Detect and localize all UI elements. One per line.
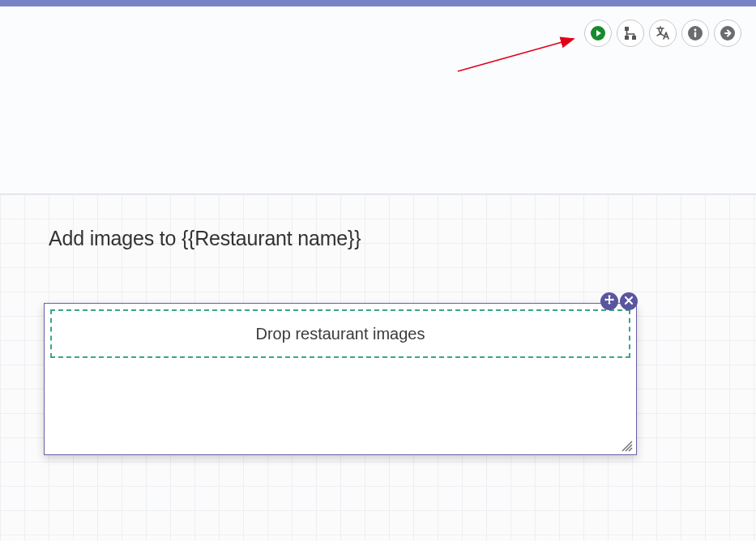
next-button[interactable] xyxy=(714,19,741,47)
svg-rect-2 xyxy=(625,36,629,40)
play-button[interactable] xyxy=(584,19,612,47)
svg-point-5 xyxy=(694,29,697,32)
svg-rect-1 xyxy=(625,27,629,31)
editor-toolbar xyxy=(584,19,741,47)
info-icon xyxy=(686,24,704,42)
close-card-button[interactable] xyxy=(620,292,638,310)
drop-zone-label: Drop restaurant images xyxy=(256,325,425,343)
play-icon xyxy=(589,24,607,42)
hierarchy-icon xyxy=(622,25,639,41)
arrow-right-circle-icon xyxy=(719,24,737,42)
svg-rect-6 xyxy=(694,32,696,38)
editor-header xyxy=(0,6,756,194)
close-icon xyxy=(624,294,634,309)
move-icon xyxy=(604,294,615,309)
window-top-accent xyxy=(0,0,756,6)
move-handle[interactable] xyxy=(600,292,618,310)
translate-icon xyxy=(655,25,671,41)
card-controls xyxy=(600,292,638,310)
hierarchy-button[interactable] xyxy=(617,19,644,47)
info-button[interactable] xyxy=(681,19,709,47)
file-drop-zone[interactable]: Drop restaurant images xyxy=(50,309,630,358)
resize-grip-icon xyxy=(620,439,633,452)
page-title: Add images to {{Restaurant name}} xyxy=(49,227,756,250)
svg-rect-3 xyxy=(632,36,636,40)
design-canvas[interactable]: Add images to {{Restaurant name}} Drop r xyxy=(0,194,756,541)
svg-line-8 xyxy=(458,39,574,71)
upload-card[interactable]: Drop restaurant images xyxy=(44,303,637,455)
annotation-arrow xyxy=(454,32,583,81)
translate-button[interactable] xyxy=(649,19,677,47)
